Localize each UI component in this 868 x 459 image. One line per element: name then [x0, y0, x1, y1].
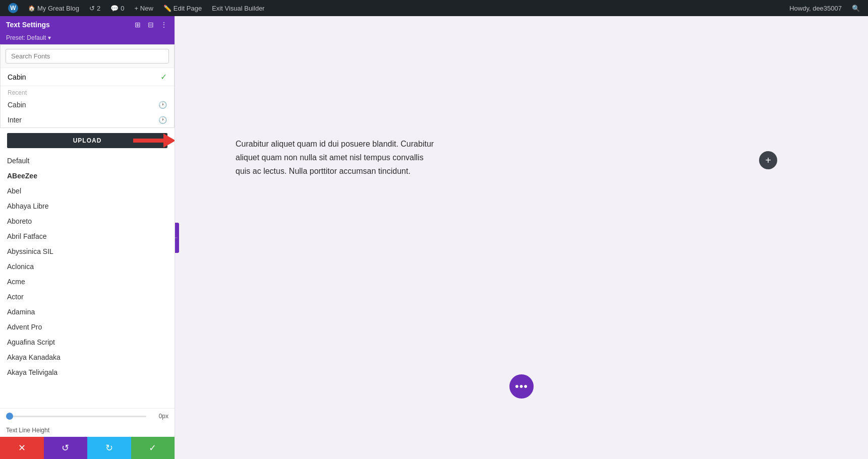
recent-font-cabin[interactable]: Cabin 🕐 [1, 97, 174, 112]
clock-icon-cabin: 🕐 [158, 101, 167, 109]
font-item-akaya-telivigala[interactable]: Akaya Telivigala [0, 365, 175, 380]
font-item-advent-pro[interactable]: Advent Pro [0, 319, 175, 335]
confirm-icon: ✓ [149, 442, 156, 453]
user-info[interactable]: Howdy, dee35007 [785, 5, 846, 12]
canvas-content: Curabitur aliquet quam id dui posuere bl… [236, 137, 437, 178]
exit-builder-button[interactable]: Exit Visual Builder [208, 0, 269, 16]
font-item-abel[interactable]: Abel [0, 183, 175, 199]
font-name-aclonica: Aclonica [7, 263, 34, 271]
wp-logo-icon: W [8, 3, 18, 13]
current-font-row[interactable]: Cabin ✓ [1, 68, 174, 86]
upload-button[interactable]: UPLOAD [7, 133, 167, 148]
cancel-icon: ✕ [18, 442, 26, 453]
font-name-aguafina: Aguafina Script [7, 338, 55, 346]
font-name-abril: Abril Fatface [7, 232, 47, 240]
confirm-button[interactable]: ✓ [131, 437, 175, 459]
font-item-abyssinica[interactable]: Abyssinica SIL [0, 244, 175, 259]
panel-header: Text Settings ⊞ ⊟ ⋮ [0, 16, 175, 33]
font-item-abril[interactable]: Abril Fatface [0, 229, 175, 244]
search-box [1, 45, 174, 68]
font-name-advent-pro: Advent Pro [7, 323, 42, 331]
font-item-actor[interactable]: Actor [0, 289, 175, 304]
font-name-abeezee: ABeeZee [7, 172, 37, 180]
reset-button[interactable]: ↺ [44, 437, 88, 459]
clock-icon-inter: 🕐 [158, 116, 167, 124]
user-label: Howdy, dee35007 [789, 5, 842, 12]
admin-bar-right: Howdy, dee35007 🔍 [785, 5, 864, 12]
font-item-abeezee[interactable]: ABeeZee [0, 168, 175, 183]
slider-value: 0px [150, 413, 168, 420]
grid-icon[interactable]: ⊞ [133, 20, 142, 29]
font-item-aclonica[interactable]: Aclonica [0, 259, 175, 274]
plus-icon: + [765, 155, 771, 166]
panel-title: Text Settings [6, 21, 50, 29]
revisions-count: 2 [97, 5, 100, 12]
font-name-abel: Abel [7, 187, 21, 195]
site-name-button[interactable]: 🏠 My Great Blog [24, 0, 83, 16]
text-line-height-label: Text Line Height [0, 424, 175, 437]
redo-button[interactable]: ↻ [87, 437, 131, 459]
canvas-body-text: Curabitur aliquet quam id dui posuere bl… [236, 137, 437, 178]
font-item-default[interactable]: Default [0, 153, 175, 168]
font-name-default: Default [7, 157, 29, 165]
exit-builder-label: Exit Visual Builder [212, 5, 265, 12]
check-icon: ✓ [160, 72, 167, 82]
font-item-abhaya[interactable]: Abhaya Libre [0, 199, 175, 214]
preset-label: Preset: Default ▾ [6, 34, 51, 41]
site-name-icon: 🏠 [28, 5, 35, 12]
left-panel: Text Settings ⊞ ⊟ ⋮ Preset: Default ▾ Ca… [0, 16, 175, 459]
font-name-akaya-telivigala: Akaya Telivigala [7, 368, 57, 376]
wp-logo-button[interactable]: W [4, 0, 22, 16]
canvas-area: ⋮ Curabitur aliquet quam id dui posuere … [175, 16, 868, 459]
font-name-acme: Acme [7, 278, 25, 286]
slider-track [6, 416, 146, 417]
new-label: + New [135, 5, 153, 12]
more-icon[interactable]: ⋮ [159, 20, 168, 29]
revisions-icon: ↺ [89, 5, 95, 12]
recent-label: Recent [1, 86, 174, 97]
comments-icon: 💬 [110, 5, 119, 12]
search-icon: 🔍 [852, 5, 860, 12]
edit-page-button[interactable]: ✏️ Edit Page [159, 0, 206, 16]
preset-bar[interactable]: Preset: Default ▾ [0, 33, 175, 44]
font-name-actor: Actor [7, 293, 24, 301]
slider-area: 0px [0, 408, 175, 424]
font-name-abyssinica: Abyssinica SIL [7, 247, 53, 255]
search-input[interactable] [6, 49, 169, 63]
reset-icon: ↺ [62, 442, 69, 453]
font-dropdown: Cabin ✓ Recent Cabin 🕐 Inter 🕐 [0, 44, 175, 128]
font-item-acme[interactable]: Acme [0, 274, 175, 289]
font-name-abhaya: Abhaya Libre [7, 202, 49, 210]
pencil-icon: ✏️ [163, 5, 171, 12]
revisions-button[interactable]: ↺ 2 [85, 0, 104, 16]
bottom-toolbar: ✕ ↺ ↻ ✓ [0, 437, 175, 459]
font-item-akaya-kanadaka[interactable]: Akaya Kanadaka [0, 350, 175, 365]
font-item-aboreto[interactable]: Aboreto [0, 214, 175, 229]
font-item-aguafina[interactable]: Aguafina Script [0, 335, 175, 350]
recent-cabin-name: Cabin [8, 101, 26, 109]
panel-header-icons: ⊞ ⊟ ⋮ [133, 20, 168, 29]
divi-side-indicator[interactable]: ⋮ [175, 223, 179, 253]
font-name-adamina: Adamina [7, 308, 35, 316]
dots-icon: ••• [515, 380, 528, 393]
main-area: Text Settings ⊞ ⊟ ⋮ Preset: Default ▾ Ca… [0, 16, 868, 459]
recent-inter-name: Inter [8, 116, 22, 124]
font-list: Default ABeeZee Abel Abhaya Libre Aboret… [0, 153, 175, 408]
floating-menu-button[interactable]: ••• [509, 374, 534, 399]
columns-icon[interactable]: ⊟ [146, 20, 155, 29]
font-name-aboreto: Aboreto [7, 217, 32, 225]
recent-font-inter[interactable]: Inter 🕐 [1, 112, 174, 127]
cancel-button[interactable]: ✕ [0, 437, 44, 459]
redo-icon: ↻ [105, 442, 113, 453]
new-button[interactable]: + New [131, 0, 157, 16]
divi-indicator-dots: ⋮ [175, 235, 178, 240]
current-font-name: Cabin [8, 73, 26, 81]
add-content-button[interactable]: + [759, 151, 777, 169]
search-button[interactable]: 🔍 [848, 5, 864, 12]
comments-count: 0 [121, 5, 124, 12]
site-name-label: My Great Blog [37, 5, 79, 12]
font-item-adamina[interactable]: Adamina [0, 304, 175, 319]
comments-button[interactable]: 💬 0 [106, 0, 128, 16]
font-name-akaya-kanadaka: Akaya Kanadaka [7, 353, 61, 361]
slider-thumb[interactable] [6, 413, 13, 420]
